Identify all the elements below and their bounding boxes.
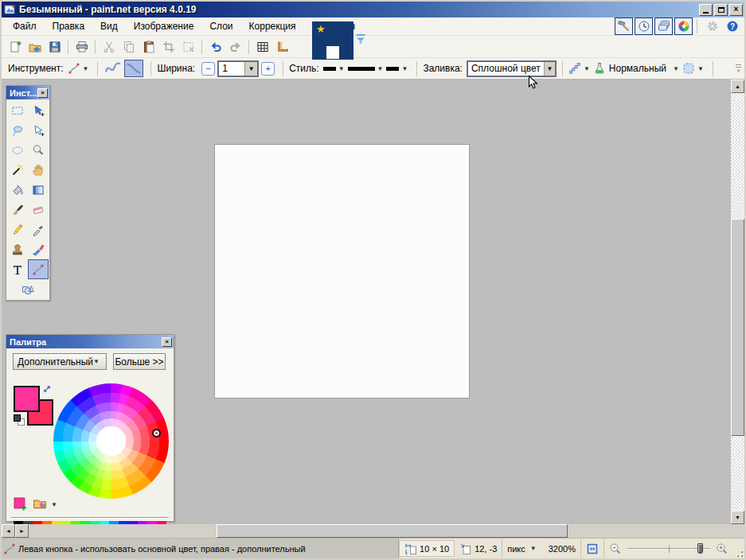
palette-window-titlebar[interactable]: Палитра ×: [6, 335, 174, 348]
menu-item-Файл[interactable]: Файл: [5, 18, 45, 34]
zoom-in-icon[interactable]: [716, 542, 728, 555]
print-button[interactable]: [72, 37, 91, 56]
tool-pan[interactable]: [28, 160, 49, 180]
tools-panel-button[interactable]: [615, 18, 633, 35]
palette-swatch[interactable]: [42, 521, 52, 524]
palettes-dropdown[interactable]: ▼: [51, 501, 57, 508]
ruler-button[interactable]: [273, 37, 291, 56]
tool-clone-stamp[interactable]: [7, 239, 28, 259]
tool-paint-bucket[interactable]: [7, 180, 28, 200]
color-target-dropdown[interactable]: Дополнительный ▼: [13, 353, 107, 370]
tool-color-picker[interactable]: [28, 220, 49, 239]
image-tab[interactable]: ★: [312, 21, 353, 60]
settings-button[interactable]: [703, 18, 721, 35]
color-wheel-marker[interactable]: [152, 429, 161, 438]
tool-lasso-select[interactable]: [7, 120, 28, 140]
resize-grip[interactable]: [733, 539, 744, 558]
zoom-slider[interactable]: [627, 543, 710, 554]
scroll-down-icon[interactable]: ▼: [731, 511, 744, 524]
palette-swatch[interactable]: [52, 521, 61, 524]
add-color-button[interactable]: [14, 497, 27, 511]
dash-style-dropdown[interactable]: ▼: [377, 65, 384, 72]
close-button[interactable]: ×: [729, 4, 743, 16]
width-increase-button[interactable]: +: [261, 62, 275, 76]
more-button[interactable]: Больше >>: [113, 353, 166, 370]
hscroll-thumb[interactable]: [217, 524, 568, 538]
tool-rectangle-select[interactable]: [7, 100, 28, 120]
tool-chooser-dropdown[interactable]: ▼: [83, 65, 89, 72]
chevron-down-icon[interactable]: ▼: [544, 62, 555, 76]
tools-window-titlebar[interactable]: Инст... ×: [6, 86, 49, 99]
fit-to-window-icon[interactable]: [586, 542, 599, 555]
menu-item-Слои[interactable]: Слои: [201, 18, 240, 34]
options-overflow-grip[interactable]: ▾: [735, 64, 742, 72]
palette-swatch[interactable]: [61, 521, 71, 524]
close-icon[interactable]: ×: [162, 337, 172, 347]
bezier-curve-button[interactable]: [124, 60, 143, 77]
close-icon[interactable]: ×: [37, 88, 48, 98]
vscroll-thumb[interactable]: [731, 219, 744, 436]
chevron-down-icon[interactable]: ▼: [244, 62, 257, 76]
selection-mode-dropdown[interactable]: ▼: [697, 65, 704, 72]
selection-mode-icon[interactable]: [682, 62, 695, 75]
fill-combobox[interactable]: Сплошной цвет ▼: [467, 60, 557, 77]
copy-button[interactable]: [119, 37, 138, 56]
tool-line-curve[interactable]: [28, 259, 49, 279]
primary-color-swatch[interactable]: [14, 386, 40, 412]
tool-move-pixels[interactable]: [28, 100, 49, 120]
colors-panel-button[interactable]: [674, 18, 693, 35]
grid-button[interactable]: [253, 37, 271, 56]
zoom-out-icon[interactable]: [609, 542, 622, 555]
tool-eraser[interactable]: [28, 200, 49, 220]
open-button[interactable]: [25, 37, 44, 56]
scroll-right-icon[interactable]: ►: [15, 524, 29, 538]
swap-colors-icon[interactable]: [41, 383, 53, 395]
width-decrease-button[interactable]: −: [201, 62, 215, 76]
deselect-button[interactable]: [179, 37, 197, 56]
tool-zoom[interactable]: [28, 140, 49, 160]
antialiasing-dropdown[interactable]: ▼: [584, 65, 590, 72]
minimize-button[interactable]: [699, 4, 713, 16]
palette-swatch[interactable]: [33, 521, 42, 524]
tool-paintbrush[interactable]: [7, 200, 28, 220]
zoom-slider-thumb[interactable]: [697, 543, 703, 554]
menu-item-Правка[interactable]: Правка: [45, 18, 93, 34]
menu-item-Коррекция[interactable]: Коррекция: [241, 18, 304, 34]
paste-button[interactable]: [139, 37, 158, 56]
pen-end-dropdown[interactable]: ▼: [401, 65, 408, 72]
tool-ellipse-select[interactable]: [7, 140, 28, 160]
palette-swatch[interactable]: [128, 521, 138, 524]
palette-swatch[interactable]: [147, 521, 157, 524]
redo-button[interactable]: [226, 37, 244, 56]
tool-magic-wand[interactable]: [7, 160, 28, 180]
palette-swatch[interactable]: [109, 521, 119, 524]
horizontal-scrollbar[interactable]: ◄ ►: [2, 524, 29, 538]
palette-swatch[interactable]: [138, 521, 147, 524]
history-panel-button[interactable]: [635, 18, 653, 35]
scroll-left-icon[interactable]: ◄: [2, 524, 15, 538]
antialiasing-icon[interactable]: [568, 62, 581, 75]
pen-start-dropdown[interactable]: ▼: [338, 65, 345, 72]
crop-selection-button[interactable]: [159, 37, 178, 56]
palette-swatch[interactable]: [14, 521, 23, 524]
undo-button[interactable]: [206, 37, 225, 56]
maximize-button[interactable]: [714, 4, 728, 16]
tool-pencil[interactable]: [7, 220, 28, 239]
tool-shapes[interactable]: [14, 279, 41, 299]
tool-gradient[interactable]: [28, 180, 49, 200]
help-button[interactable]: ?: [723, 18, 741, 35]
menu-item-Вид[interactable]: Вид: [92, 18, 126, 34]
layers-panel-button[interactable]: [654, 18, 673, 35]
palette-swatch[interactable]: [23, 521, 33, 524]
palette-swatch[interactable]: [157, 521, 166, 524]
menu-item-Изображение[interactable]: Изображение: [126, 18, 202, 34]
image-list-chevron-icon[interactable]: [354, 32, 367, 45]
width-combobox[interactable]: 1 ▼: [217, 60, 259, 77]
canvas[interactable]: [214, 144, 470, 399]
default-colors-icon[interactable]: [14, 414, 26, 427]
vertical-scrollbar[interactable]: ▲ ▼: [731, 80, 744, 524]
color-wheel[interactable]: [53, 383, 169, 499]
palette-swatch[interactable]: [80, 521, 90, 524]
new-button[interactable]: [6, 37, 24, 56]
palette-swatch[interactable]: [100, 521, 109, 524]
